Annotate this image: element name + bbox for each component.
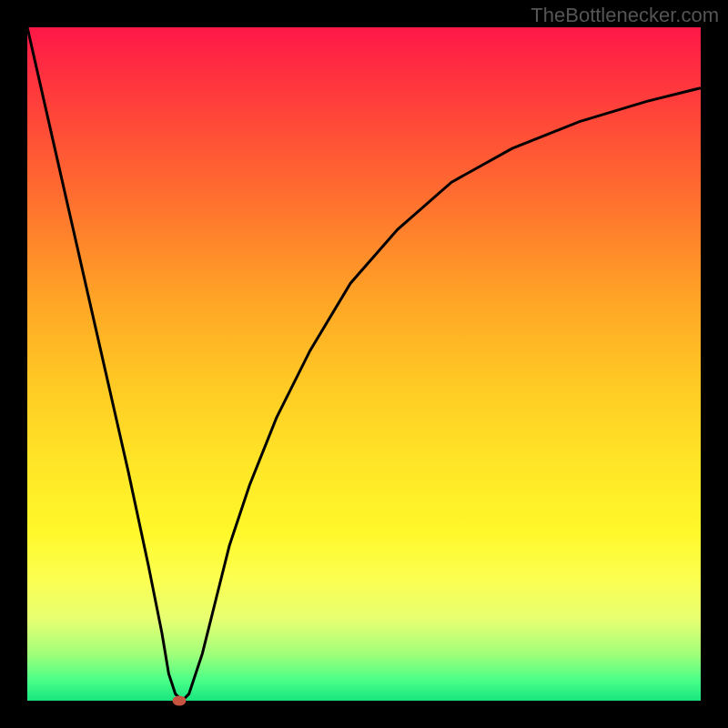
watermark-text: TheBottleneсker.com [531, 4, 719, 27]
optimum-marker-icon [172, 696, 186, 706]
chart-frame: TheBottleneсker.com [0, 0, 728, 728]
curve-svg [27, 27, 701, 701]
bottleneck-curve-path [27, 27, 701, 701]
plot-area [27, 27, 701, 701]
